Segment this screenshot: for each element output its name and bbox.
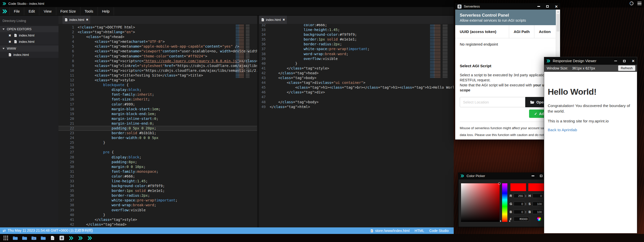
sidebar-item-index-html[interactable]: ✖index.html	[0, 39, 58, 45]
code-line[interactable]: 45 <class="tag">h1><class="tag">br></cla…	[259, 85, 454, 90]
back-to-aprintlab-link[interactable]: Back to Aprintlab	[548, 128, 633, 132]
code-line[interactable]: 41 </class="tag">style>	[259, 66, 454, 71]
menu-item-file[interactable]: File	[10, 7, 24, 15]
stepper-icon[interactable]: ▴▾	[525, 211, 526, 213]
minimize-icon[interactable]	[537, 6, 540, 7]
stepper-icon[interactable]: ▴▾	[525, 194, 526, 197]
sidebar-item-index-html[interactable]: ✖index.html	[0, 32, 58, 39]
code-line[interactable]: 4 <class="tag">meta charset="UTF-8">	[58, 39, 257, 44]
code-line[interactable]: 8 <class="tag">script src="https://code.…	[58, 59, 257, 63]
code-line[interactable]: 35 border:1px solid #e1e1e1;	[58, 188, 257, 193]
code-line[interactable]: 46 </class="tag">div>	[259, 90, 454, 95]
code-area-1[interactable]: 1<!class="tag">DOCTYPE html>2<class="tag…	[58, 24, 257, 227]
code-line[interactable]: 32 color:#666;	[58, 174, 257, 179]
code-line[interactable]: 31 font-family:monospace;	[58, 169, 257, 174]
taskbar-folder-icon[interactable]	[22, 235, 27, 241]
color-wheel-icon[interactable]	[537, 217, 541, 221]
tab-close-icon[interactable]: ✖	[283, 18, 285, 21]
taskbar-code-studio-icon[interactable]	[68, 235, 74, 241]
pane-divider[interactable]	[257, 16, 259, 227]
field-value-input[interactable]: 0	[514, 210, 524, 214]
close-icon[interactable]: ✖	[9, 34, 11, 37]
menu-item-edit[interactable]: Edit	[24, 7, 39, 15]
code-line[interactable]: 10 <class="tag">script src="https://cdnj…	[58, 68, 257, 73]
sidebar-section-www[interactable]: WWW	[0, 45, 58, 52]
code-line[interactable]: 34 background-color:#f9f9f9;	[259, 32, 454, 37]
code-line[interactable]: 42 </class="tag">head>	[259, 71, 454, 76]
sidebar-item-index-html[interactable]: index.html	[0, 52, 58, 58]
taskbar-serverless-icon[interactable]: 0	[59, 235, 65, 241]
code-line[interactable]: 25 }	[58, 140, 257, 145]
taskbar-app-grid-icon[interactable]	[3, 235, 9, 241]
code-line[interactable]: 22 padding:0 5px 0 20px;	[58, 126, 257, 131]
code-line[interactable]: 6 <class="tag">meta name="viewport" cont…	[58, 49, 257, 54]
code-line[interactable]: 43 <class="tag">body>	[259, 76, 454, 80]
taskbar-code-studio-icon[interactable]	[78, 235, 83, 241]
minimize-icon[interactable]	[532, 176, 534, 176]
minimap-2[interactable]	[430, 25, 448, 78]
script-location-input[interactable]	[460, 97, 525, 107]
code-line[interactable]: 26	[58, 145, 257, 150]
menu-item-font-size[interactable]: Font Size	[56, 7, 80, 15]
code-line[interactable]: 5 <class="tag">meta name="apple-mobile-w…	[58, 44, 257, 49]
code-line[interactable]: 1<!class="tag">DOCTYPE html>	[58, 25, 257, 30]
code-line[interactable]: 38 word-wrap:break-word;	[259, 52, 454, 56]
code-line[interactable]: 39 overflow:visible	[58, 208, 257, 213]
menu-item-help[interactable]: Help	[98, 7, 114, 15]
code-line[interactable]: 15 font-family:inherit;	[58, 92, 257, 97]
code-line[interactable]: 49</class="tag">html>	[259, 105, 454, 109]
code-line[interactable]: 36 border-radius:2px;	[259, 42, 454, 47]
hue-slider[interactable]	[502, 183, 507, 222]
editor-pane-1[interactable]: index.html ✖ 1<!class="tag">DOCTYPE html…	[58, 16, 257, 227]
code-line[interactable]: 27 pre {	[58, 150, 257, 155]
code-line[interactable]: 30 margin:0 0 10px;	[58, 164, 257, 169]
code-line[interactable]: 19 margin-block-end:1em;	[58, 112, 257, 116]
code-line[interactable]: 9 <class="tag">link rel="stylesheet" hre…	[58, 63, 257, 68]
code-line[interactable]: 7 <class="tag">meta name="theme-color" c…	[58, 54, 257, 59]
minimize-icon[interactable]	[614, 61, 617, 61]
code-line[interactable]: 39 overflow:visible	[259, 56, 454, 61]
loading-ring-icon[interactable]	[630, 2, 633, 5]
code-line[interactable]: 42 </class="tag">head>	[58, 222, 257, 227]
maximize-icon[interactable]	[546, 5, 549, 8]
close-icon[interactable]: ✕	[555, 5, 558, 9]
menu-item-tools[interactable]: Tools	[80, 7, 98, 15]
code-line[interactable]: 32 color:#666;	[259, 24, 454, 27]
editor-pane-2[interactable]: index.html ✖ 32 color:#666;33 line-heigh…	[259, 16, 454, 227]
code-line[interactable]: 11 <class="tag">title>Testing Site</clas…	[58, 73, 257, 78]
field-value-input[interactable]: 100	[533, 210, 543, 214]
maximize-icon[interactable]	[623, 60, 626, 62]
code-line[interactable]: 40 }	[58, 213, 257, 217]
tab-index-html[interactable]: index.html ✖	[63, 16, 90, 24]
code-line[interactable]: 35 border:1px solid #e1e1e1;	[259, 37, 454, 42]
code-line[interactable]: 18 margin-block-start:1em;	[58, 107, 257, 112]
code-line[interactable]: 12 <class="tag">style>	[58, 78, 257, 83]
menu-item-view[interactable]: View	[39, 7, 56, 15]
code-line[interactable]: 33 line-height:1.45;	[259, 27, 454, 32]
code-line[interactable]: 24 border-width:0 0 0 5px	[58, 135, 257, 140]
tab-index-html[interactable]: index.html ✖	[259, 16, 287, 24]
taskbar-folder-disk-icon[interactable]	[31, 235, 37, 241]
hue-marker-left-icon[interactable]	[500, 220, 502, 222]
close-icon[interactable]: ✕	[632, 59, 635, 63]
code-line[interactable]: 41 </class="tag">style>	[58, 217, 257, 222]
taskbar-code-studio-icon[interactable]	[87, 235, 93, 241]
scrollbar-thumb[interactable]	[557, 14, 560, 31]
minimap-1[interactable]	[236, 25, 250, 78]
code-line[interactable]: 36 border-radius:2px;	[58, 193, 257, 198]
hamburger-menu-icon[interactable]	[637, 2, 641, 5]
code-line[interactable]: 17 color:#999;	[58, 102, 257, 107]
code-line[interactable]: 14 display:block;	[58, 87, 257, 92]
code-line[interactable]: 48 </class="tag">body>	[259, 100, 454, 105]
taskbar-folder-icon[interactable]	[40, 235, 46, 241]
code-line[interactable]: 33 line-height:1.45;	[58, 179, 257, 184]
code-line[interactable]: 34 background-color:#f9f9f9;	[58, 184, 257, 188]
tab-close-icon[interactable]: ✖	[86, 18, 88, 21]
code-line[interactable]: 44 <class="tag">div class="ui container"…	[259, 80, 454, 85]
taskbar-folder-icon[interactable]	[12, 235, 18, 241]
code-line[interactable]: 37 white-space:pre-wrap!important;	[259, 47, 454, 51]
code-line[interactable]: 16 font-size:inherit;	[58, 97, 257, 102]
maximize-icon[interactable]	[540, 175, 542, 177]
field-value-input[interactable]: 255	[514, 194, 524, 198]
field-value-input[interactable]: 0	[533, 194, 543, 198]
